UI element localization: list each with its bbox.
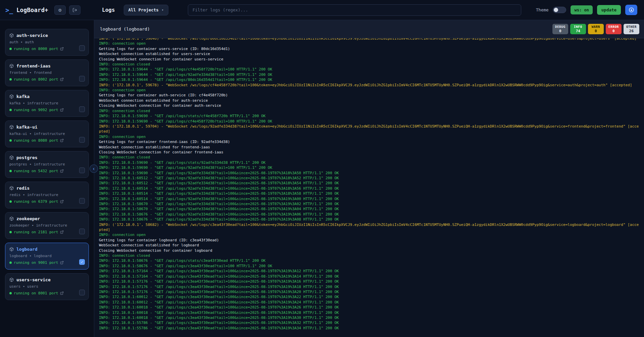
open-service-link[interactable] bbox=[60, 291, 64, 295]
status-dot bbox=[9, 48, 12, 50]
log-line: INFO: 172.18.0.1:57164 - "GET /api/logs/… bbox=[99, 274, 639, 279]
service-card-users-service[interactable]: users-serviceusers • usersrunning on 800… bbox=[5, 273, 89, 300]
circle-arrow-down-icon bbox=[629, 7, 634, 13]
package-icon-wrap bbox=[9, 247, 14, 251]
service-name: frontend-iaas bbox=[16, 63, 51, 68]
status-dot bbox=[9, 261, 12, 264]
external-link-icon bbox=[60, 139, 64, 142]
log-line: INFO: 172.18.0.1:60514 - "GET /api/logs/… bbox=[99, 196, 639, 201]
scroll-follow-button[interactable] bbox=[625, 5, 637, 15]
theme-toggle[interactable] bbox=[553, 7, 566, 13]
service-status: running on 2181 port bbox=[9, 230, 85, 234]
package-icon-wrap bbox=[9, 186, 14, 190]
app-title: LogBoard+ bbox=[16, 7, 48, 13]
service-checkbox[interactable] bbox=[79, 137, 85, 143]
badge-label: ERROR bbox=[608, 25, 619, 29]
service-checkbox[interactable] bbox=[79, 45, 85, 51]
log-line: INFO: connection open bbox=[99, 134, 639, 139]
log-content[interactable]: INFO: ('172.18.0.1', 59640) - "WebSocket… bbox=[94, 38, 644, 337]
collapse-sidebar-button[interactable]: ‹ bbox=[90, 164, 98, 173]
badge-error[interactable]: ERROR0 bbox=[606, 24, 622, 34]
update-button[interactable]: update bbox=[597, 5, 621, 15]
log-line: INFO: 172.18.0.1:60514 - "GET /api/logs/… bbox=[99, 191, 639, 196]
log-line: INFO: connection closed bbox=[99, 155, 639, 160]
level-badges: DEBUG0INFO74WARN0ERROR0OTHER26 bbox=[552, 24, 639, 34]
service-status-text: running on 9092 port bbox=[14, 108, 58, 112]
service-checkbox[interactable] bbox=[79, 106, 85, 112]
external-link-icon bbox=[60, 169, 64, 173]
log-line: INFO: connection closed bbox=[99, 62, 639, 67]
badge-info[interactable]: INFO74 bbox=[570, 24, 586, 34]
service-checkbox[interactable] bbox=[79, 167, 85, 173]
badge-debug[interactable]: DEBUG0 bbox=[552, 24, 568, 34]
log-line: INFO: 172.18.0.1:58670 - "GET /api/logs/… bbox=[99, 201, 639, 206]
open-service-link[interactable] bbox=[60, 200, 64, 203]
log-line: INFO: connection open bbox=[99, 88, 639, 93]
badge-label: OTHER bbox=[626, 25, 637, 29]
settings-button[interactable]: ⚙ bbox=[54, 5, 66, 15]
topbar-main: Logs All Projects ▾ Theme ws: on update bbox=[94, 4, 644, 16]
service-card-logboard[interactable]: logboardlogboard • logboardrunning on 90… bbox=[5, 243, 89, 270]
badge-label: INFO bbox=[573, 25, 583, 29]
badge-other[interactable]: OTHER26 bbox=[624, 24, 639, 34]
service-status-text: running on 8001 port bbox=[14, 291, 58, 295]
package-icon bbox=[9, 94, 14, 99]
service-checkbox[interactable]: ✓ bbox=[79, 259, 85, 265]
websocket-status-badge: ws: on bbox=[571, 5, 592, 14]
service-checkbox[interactable] bbox=[79, 290, 85, 295]
log-line: WebSocket connection established for fro… bbox=[99, 145, 639, 150]
badge-warn[interactable]: WARN0 bbox=[588, 24, 604, 34]
service-status: running on 5432 port bbox=[9, 169, 85, 173]
service-title-row: redis bbox=[9, 186, 85, 191]
chevron-left-icon: ‹ bbox=[92, 166, 95, 172]
log-line: INFO: 172.18.0.1:55786 - "GET /api/logs/… bbox=[99, 326, 639, 331]
service-checkbox[interactable] bbox=[79, 229, 85, 234]
service-checkbox[interactable] bbox=[79, 76, 85, 82]
log-line: INFO: 172.18.0.1:57176 - "GET /api/logs/… bbox=[99, 279, 639, 284]
log-line: INFO: 172.18.0.1:60012 - "GET /api/logs/… bbox=[99, 294, 639, 299]
status-dot bbox=[9, 139, 12, 142]
service-card-auth-service[interactable]: auth-serviceauth • authrunning on 8000 p… bbox=[5, 29, 89, 56]
theme-label: Theme bbox=[536, 7, 549, 12]
service-status-text: running on 2181 port bbox=[14, 230, 58, 234]
open-service-link[interactable] bbox=[60, 78, 64, 81]
service-status: running on 8001 port bbox=[9, 291, 85, 295]
external-link-icon bbox=[60, 200, 64, 203]
service-meta: users • users bbox=[9, 284, 85, 289]
service-card-zookeeper[interactable]: zookeeperzookeeper • infrastructurerunni… bbox=[5, 212, 89, 239]
service-card-kafka-ui[interactable]: kafka-uikafka-ui • infrastructurerunning… bbox=[5, 121, 89, 147]
logout-button[interactable] bbox=[69, 5, 80, 15]
service-status-text: running on 8080 port bbox=[14, 138, 58, 143]
page-title: Logs bbox=[102, 7, 115, 13]
service-title-row: kafka-ui bbox=[9, 125, 85, 130]
log-filter-input[interactable] bbox=[188, 4, 521, 16]
open-service-link[interactable] bbox=[60, 169, 64, 173]
package-icon-wrap bbox=[9, 216, 14, 221]
theme-toggle-knob bbox=[554, 8, 558, 12]
service-status-text: running on 9001 port bbox=[14, 260, 58, 265]
service-status: running on 6379 port bbox=[9, 199, 85, 204]
log-line: INFO: ('172.18.0.1', 58682) - "WebSocket… bbox=[99, 222, 639, 233]
log-line: INFO: 172.18.0.1:59690 - "GET /api/logs/… bbox=[99, 113, 639, 118]
open-service-link[interactable] bbox=[60, 47, 64, 51]
badge-count: 0 bbox=[555, 29, 566, 33]
log-line: Closing WebSocket connection for contain… bbox=[99, 150, 639, 155]
external-link-icon bbox=[60, 261, 64, 264]
package-icon bbox=[9, 247, 14, 251]
open-service-link[interactable] bbox=[60, 108, 64, 112]
service-checkbox[interactable] bbox=[79, 198, 85, 204]
open-service-link[interactable] bbox=[60, 230, 64, 234]
package-icon bbox=[9, 155, 14, 160]
log-line: INFO: 172.18.0.1:57176 - "GET /api/logs/… bbox=[99, 289, 639, 294]
service-card-postgres[interactable]: postgrespostgres • infrastructurerunning… bbox=[5, 151, 89, 178]
project-filter-dropdown[interactable]: All Projects ▾ bbox=[124, 5, 168, 15]
service-card-frontend-iaas[interactable]: frontend-iaasfrontend • frontendrunning … bbox=[5, 59, 89, 86]
log-line: INFO: 172.18.0.1:55786 - "GET /api/logs/… bbox=[99, 320, 639, 325]
package-icon bbox=[9, 186, 14, 190]
open-service-link[interactable] bbox=[60, 139, 64, 142]
package-icon-wrap bbox=[9, 155, 14, 160]
service-card-kafka[interactable]: kafkakafka • infrastructurerunning on 90… bbox=[5, 90, 89, 117]
service-card-redis[interactable]: redisredis • infrastructurerunning on 63… bbox=[5, 182, 89, 208]
service-name: kafka bbox=[16, 94, 30, 99]
open-service-link[interactable] bbox=[60, 261, 64, 264]
